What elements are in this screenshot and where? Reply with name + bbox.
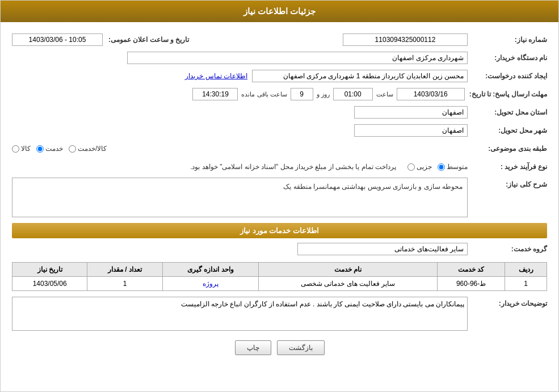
cell-name: سایر فعالیت های خدماتی شخصی <box>259 277 438 291</box>
print-button[interactable]: چاپ <box>235 340 271 355</box>
send-days-input[interactable] <box>291 88 313 100</box>
purchase-type-label: نوع فرآیند خرید : <box>468 163 547 171</box>
send-date-label: مهلت ارسال پاسخ: تا تاریخ: <box>465 90 547 98</box>
send-time-label: ساعت <box>376 91 393 98</box>
category-kala-khedmat-radio[interactable] <box>69 145 76 153</box>
send-date-input[interactable] <box>397 88 465 100</box>
buyer-org-label: نام دستگاه خریدار: <box>468 54 547 62</box>
contact-info-link[interactable]: اطلاعات تماس خریدار <box>185 72 247 80</box>
category-kala-khedmat-label: کالا/خدمت <box>78 145 107 153</box>
service-group-input[interactable] <box>297 243 468 255</box>
category-khedmat-label: خدمت <box>45 145 63 153</box>
cell-unit: پروژه <box>162 277 258 291</box>
need-number-label: شماره نیاز: <box>468 36 547 44</box>
page-title: جزئیات اطلاعات نیاز <box>1 1 558 22</box>
service-group-label: گروه خدمت: <box>468 245 547 253</box>
creator-label: ایجاد کننده درخواست: <box>468 72 547 80</box>
send-remain-label: ساعت باقی مانده <box>241 91 287 98</box>
send-days-label: روز و <box>317 91 330 98</box>
send-remain-input[interactable] <box>192 88 238 100</box>
buyer-desc-textarea[interactable]: پیمانکاران می بایستی دارای صلاحیت ایمنی … <box>12 297 468 331</box>
city-input[interactable] <box>354 124 468 137</box>
col-name: نام خدمت <box>259 263 438 277</box>
need-desc-box: محوطه سازی و بازسازی سرویس بهداشتی مهمان… <box>12 178 468 217</box>
cell-date: 1403/05/06 <box>12 277 87 291</box>
creator-input[interactable] <box>252 70 468 82</box>
cell-row: 1 <box>505 277 547 291</box>
need-number-input[interactable] <box>343 33 468 46</box>
category-label: طبقه بندی موضوعی: <box>468 145 547 153</box>
purchase-motavaset-radio[interactable] <box>438 163 445 171</box>
purchase-motavaset-label: متوسط <box>447 163 468 171</box>
cell-count: 1 <box>87 277 162 291</box>
purchase-note: پرداخت تمام یا بخشی از مبلغ خریداز محل "… <box>190 163 396 171</box>
category-khedmat-radio[interactable] <box>36 145 44 153</box>
city-label: شهر محل تحویل: <box>468 127 547 134</box>
province-label: استان محل تحویل: <box>468 108 547 116</box>
col-unit: واحد اندازه گیری <box>162 263 258 277</box>
table-row: 1 ط-96-960 سایر فعالیت های خدماتی شخصی پ… <box>12 277 547 291</box>
cell-code: ط-96-960 <box>437 277 505 291</box>
col-row: ردیف <box>505 263 547 277</box>
col-count: تعداد / مقدار <box>87 263 162 277</box>
province-input[interactable] <box>354 106 468 119</box>
send-time-input[interactable] <box>333 88 373 100</box>
category-kala-label: کالا <box>21 145 31 153</box>
need-desc-label: شرح کلی نیاز: <box>468 178 547 188</box>
announcement-input[interactable] <box>12 33 103 46</box>
announcement-label: تاریخ و ساعت اعلان عمومی: <box>108 36 189 44</box>
buyer-org-input[interactable] <box>127 52 468 64</box>
services-header: اطلاعات خدمات مورد نیاز <box>12 223 547 238</box>
services-table: ردیف کد خدمت نام خدمت واحد اندازه گیری ت… <box>12 262 547 291</box>
category-kala-radio[interactable] <box>12 145 19 153</box>
purchase-jozii-radio[interactable] <box>407 163 415 171</box>
col-code: کد خدمت <box>437 263 505 277</box>
col-date: تاریخ نیاز <box>12 263 87 277</box>
buyer-desc-label: توضیحات خریدار: <box>468 297 547 307</box>
back-button[interactable]: بازگشت <box>277 340 325 355</box>
purchase-jozii-label: جزیی <box>417 163 432 171</box>
